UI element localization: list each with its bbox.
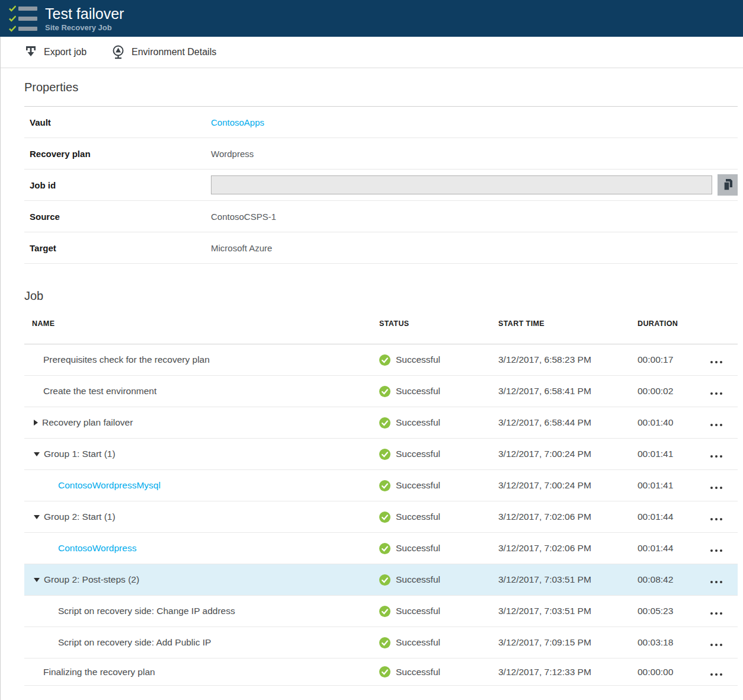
job-row-duration: 00:01:44	[638, 543, 695, 554]
job-row[interactable]: Group 2: Start (1) Successful 3/12/2017,…	[24, 501, 738, 533]
job-row-duration: 00:08:42	[638, 574, 695, 585]
row-menu-ellipsis-icon[interactable]	[695, 533, 738, 564]
job-step-name: Prerequisites check for the recovery pla…	[43, 354, 210, 365]
property-label: Source	[30, 212, 211, 222]
job-row-duration: 00:01:40	[638, 417, 695, 428]
row-menu-ellipsis-icon[interactable]	[695, 596, 738, 627]
job-row-start-time: 3/12/2017, 7:03:51 PM	[498, 574, 638, 585]
vault-link[interactable]: ContosoApps	[211, 117, 264, 127]
property-value: Microsoft Azure	[211, 243, 738, 253]
job-row-start-time: 3/12/2017, 7:09:15 PM	[498, 637, 638, 648]
check-icon	[9, 15, 16, 22]
success-check-icon	[379, 512, 390, 523]
blade-header: Test failover Site Recovery Job	[0, 0, 743, 37]
row-menu-ellipsis-icon[interactable]	[695, 627, 738, 658]
status-text: Successful	[396, 637, 440, 648]
job-row-name: Script on recovery side: Add Public IP	[24, 637, 379, 648]
column-header-duration: DURATION	[638, 319, 695, 328]
job-row[interactable]: Script on recovery side: Change IP addre…	[24, 596, 738, 627]
job-row[interactable]: Recovery plan failover Successful 3/12/2…	[24, 407, 738, 439]
job-row-duration: 00:03:18	[638, 637, 695, 648]
job-row-name: Group 2: Start (1)	[24, 512, 379, 522]
job-row-name: Script on recovery side: Change IP addre…	[24, 606, 379, 616]
job-id-input[interactable]	[211, 175, 712, 194]
job-row-status: Successful	[379, 480, 498, 491]
row-menu-ellipsis-icon[interactable]	[695, 344, 738, 375]
job-row-start-time: 3/12/2017, 7:02:06 PM	[498, 512, 638, 522]
row-menu-ellipsis-icon[interactable]	[695, 407, 738, 438]
environment-icon	[111, 45, 125, 59]
chevron-expanded-icon[interactable]	[34, 515, 40, 519]
job-row-status: Successful	[379, 386, 498, 397]
chevron-expanded-icon[interactable]	[34, 578, 40, 582]
copy-job-id-button[interactable]	[718, 174, 738, 196]
job-row[interactable]: ContosoWordpressMysql Successful 3/12/20…	[24, 470, 738, 501]
success-check-icon	[379, 574, 390, 586]
job-row[interactable]: Group 1: Start (1) Successful 3/12/2017,…	[24, 439, 738, 470]
row-menu-ellipsis-icon[interactable]	[695, 439, 738, 469]
job-step-name: Script on recovery side: Add Public IP	[58, 637, 211, 648]
job-step-name: Group 1: Start (1)	[44, 449, 116, 459]
job-row-status: Successful	[379, 606, 498, 617]
job-row[interactable]: Group 2: Post-steps (2) Successful 3/12/…	[24, 564, 738, 596]
success-check-icon	[379, 543, 390, 554]
property-label: Job id	[30, 180, 211, 190]
column-header-start-time: START TIME	[498, 319, 638, 328]
row-menu-ellipsis-icon[interactable]	[695, 501, 738, 532]
property-row: Source ContosoCSPS-1	[24, 201, 738, 232]
job-row-start-time: 3/12/2017, 6:58:41 PM	[498, 386, 638, 397]
success-check-icon	[379, 480, 390, 491]
job-row-name: Group 1: Start (1)	[24, 449, 379, 459]
property-value: ContosoCSPS-1	[211, 212, 738, 222]
row-menu-ellipsis-icon[interactable]	[695, 470, 738, 501]
status-text: Successful	[396, 606, 440, 616]
job-row[interactable]: Finalizing the recovery plan Successful …	[24, 659, 738, 686]
row-menu-ellipsis-icon[interactable]	[695, 564, 738, 595]
chevron-collapsed-icon[interactable]	[34, 420, 38, 426]
property-label: Recovery plan	[30, 149, 211, 159]
job-row-start-time: 3/12/2017, 7:03:51 PM	[498, 606, 638, 616]
job-row-duration: 00:00:17	[638, 354, 695, 365]
job-row-status: Successful	[379, 354, 498, 366]
success-check-icon	[379, 666, 390, 677]
vm-job-link[interactable]: ContosoWordpress	[58, 543, 136, 554]
export-job-button[interactable]: Export job	[24, 45, 87, 59]
job-row-name: Prerequisites check for the recovery pla…	[24, 354, 379, 365]
success-check-icon	[379, 386, 390, 397]
success-check-icon	[379, 417, 390, 429]
job-row[interactable]: ContosoWordpress Successful 3/12/2017, 7…	[24, 533, 738, 564]
property-row: Target Microsoft Azure	[24, 232, 738, 264]
property-label: Target	[30, 243, 211, 253]
job-step-name: Create the test environment	[43, 386, 156, 397]
command-bar: Export job Environment Details	[1, 37, 743, 68]
row-menu-ellipsis-icon[interactable]	[695, 376, 738, 407]
job-row-start-time: 3/12/2017, 6:58:23 PM	[498, 354, 638, 365]
job-row-duration: 00:01:41	[638, 449, 695, 459]
job-section-title: Job	[24, 289, 743, 303]
job-row-name: ContosoWordpress	[24, 543, 379, 554]
job-row-duration: 00:00:00	[638, 667, 695, 677]
job-row-name: ContosoWordpressMysql	[24, 480, 379, 491]
property-value: Wordpress	[211, 149, 738, 159]
job-row[interactable]: Script on recovery side: Add Public IP S…	[24, 627, 738, 659]
job-row-status: Successful	[379, 637, 498, 648]
copy-icon	[722, 178, 733, 191]
page-subtitle: Site Recovery Job	[45, 23, 124, 32]
job-row[interactable]: Prerequisites check for the recovery pla…	[24, 344, 738, 376]
job-step-name: Recovery plan failover	[42, 417, 133, 428]
status-text: Successful	[396, 354, 440, 365]
property-value-text: Wordpress	[211, 149, 254, 159]
properties-section-title: Properties	[24, 81, 743, 94]
vm-job-link[interactable]: ContosoWordpressMysql	[58, 480, 161, 491]
success-check-icon	[379, 637, 390, 648]
job-row-name: Finalizing the recovery plan	[24, 667, 379, 677]
status-text: Successful	[396, 574, 440, 585]
job-row-start-time: 3/12/2017, 7:00:24 PM	[498, 449, 638, 459]
job-row-status: Successful	[379, 449, 498, 460]
job-step-name: Group 2: Post-steps (2)	[44, 574, 139, 585]
job-row[interactable]: Create the test environment Successful 3…	[24, 376, 738, 407]
environment-details-button[interactable]: Environment Details	[111, 45, 216, 59]
row-menu-ellipsis-icon[interactable]	[695, 659, 738, 685]
job-row-name: Group 2: Post-steps (2)	[24, 574, 379, 585]
chevron-expanded-icon[interactable]	[34, 452, 40, 456]
